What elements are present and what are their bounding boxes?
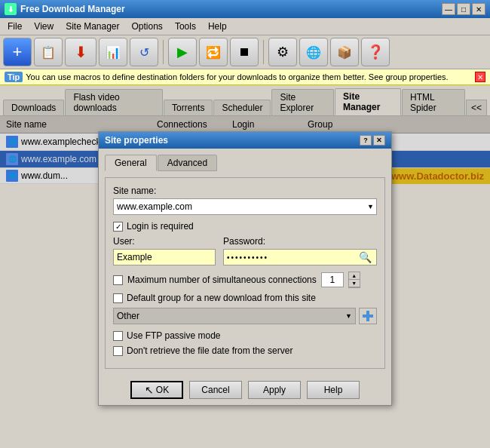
dropdown-arrow-icon: ▼ — [345, 312, 352, 320]
max-connections-input[interactable] — [321, 272, 344, 287]
title-bar: ⬇ Free Download Manager — □ ✕ — [0, 0, 490, 18]
inner-tab-bar: General Advanced — [105, 155, 385, 171]
spin-down-button[interactable]: ▼ — [349, 280, 360, 287]
cancel-button[interactable]: Cancel — [189, 381, 242, 399]
apply-button[interactable]: Apply — [248, 381, 301, 399]
close-button[interactable]: ✕ — [472, 3, 485, 15]
menu-file[interactable]: File — [3, 20, 26, 33]
site-name-label: Site name: — [113, 186, 377, 196]
toolbar-refresh-button[interactable]: ↺ — [130, 38, 158, 66]
toolbar-stats-button[interactable]: 📊 — [99, 38, 127, 66]
title-controls: — □ ✕ — [442, 3, 485, 15]
user-label: User: — [113, 236, 216, 247]
menu-view[interactable]: View — [29, 20, 58, 33]
ok-button[interactable]: ↖ OK — [130, 381, 183, 399]
group-add-button[interactable] — [359, 308, 377, 324]
tab-more[interactable]: << — [466, 100, 487, 115]
toolbar-help-button[interactable]: ❓ — [361, 38, 390, 66]
group-dropdown[interactable]: Other ▼ — [113, 308, 356, 324]
add-group-icon — [361, 309, 375, 323]
toolbar: + 📋 ⬇ 📊 ↺ ▶ 🔁 ⏹ ⚙ 🌐 📦 ❓ — [0, 35, 490, 69]
help-button[interactable]: Help — [307, 381, 360, 399]
ftp-passive-row: Use FTP passive mode — [113, 330, 377, 341]
toolbar-play-button[interactable]: ▶ — [168, 38, 197, 66]
minimize-button[interactable]: — — [442, 3, 455, 15]
user-field: User: — [113, 236, 216, 265]
spin-buttons: ▲ ▼ — [348, 272, 360, 288]
menu-tools[interactable]: Tools — [170, 20, 201, 33]
toolbar-down-button[interactable]: ⬇ — [65, 38, 96, 66]
app-icon: ⬇ — [5, 3, 17, 15]
dialog-title: Site properties — [105, 135, 168, 146]
tab-site-manager[interactable]: Site Manager — [335, 88, 401, 115]
tab-flash-video[interactable]: Flash video downloads — [65, 89, 163, 115]
dialog-form: Site name: ▼ ✓ Login is required — [105, 177, 385, 369]
default-group-row: Default group for a new download from th… — [113, 293, 377, 303]
tip-text: You can use macros to define destination… — [26, 72, 448, 81]
site-name-input[interactable] — [113, 198, 377, 215]
user-pass-row: User: Password: •••••••••• 🔍 — [113, 236, 377, 265]
no-date-label: Don't retrieve the file date from the se… — [127, 345, 292, 356]
tab-torrents[interactable]: Torrents — [164, 100, 213, 115]
app-title: Free Download Manager — [20, 4, 125, 14]
svg-rect-1 — [366, 311, 369, 321]
password-input-wrap: •••••••••• 🔍 — [223, 249, 377, 265]
dialog-body: General Advanced Site name: ▼ — [99, 149, 391, 375]
tab-html-spider[interactable]: HTML Spider — [402, 89, 465, 115]
user-input[interactable] — [113, 249, 216, 265]
toolbar-web-button[interactable]: 🌐 — [299, 38, 328, 66]
title-bar-left: ⬇ Free Download Manager — [5, 3, 125, 15]
menu-site-manager[interactable]: Site Manager — [61, 20, 124, 33]
menu-bar: File View Site Manager Options Tools Hel… — [0, 18, 490, 35]
dialog-title-controls: ? ✕ — [360, 135, 385, 146]
menu-help[interactable]: Help — [204, 20, 231, 33]
password-field: Password: •••••••••• 🔍 — [223, 236, 377, 265]
tab-scheduler[interactable]: Scheduler — [213, 100, 271, 115]
tab-general[interactable]: General — [105, 155, 157, 171]
no-date-checkbox[interactable] — [113, 346, 123, 356]
ftp-passive-checkbox[interactable] — [113, 331, 123, 341]
password-dots: •••••••••• — [227, 253, 357, 262]
tab-downloads[interactable]: Downloads — [3, 100, 64, 115]
group-dropdown-row: Other ▼ — [113, 308, 377, 324]
tab-bar: Downloads Flash video downloads Torrents… — [0, 85, 490, 116]
login-required-checkbox[interactable]: ✓ — [113, 222, 123, 232]
site-name-group: Site name: ▼ — [113, 186, 377, 215]
maximize-button[interactable]: □ — [457, 3, 470, 15]
toolbar-stop-button[interactable]: ⏹ — [230, 38, 259, 66]
tab-site-explorer[interactable]: Site Explorer — [271, 89, 334, 115]
default-group-checkbox[interactable] — [113, 293, 123, 303]
toolbar-separator-2 — [263, 40, 264, 64]
toolbar-loop-button[interactable]: 🔁 — [199, 38, 228, 66]
max-connections-row: Maximum number of simultaneous connectio… — [113, 272, 377, 288]
dialog-footer: ↖ OK Cancel Apply Help — [99, 375, 391, 405]
tip-bar: Tip You can use macros to define destina… — [0, 69, 490, 85]
login-required-row: ✓ Login is required — [113, 221, 377, 232]
dialog-close-button[interactable]: ✕ — [373, 135, 385, 146]
main-content: Site name Connections Login Group 🌐 www.… — [0, 116, 490, 184]
default-group-label: Default group for a new download from th… — [127, 293, 316, 303]
toolbar-package-button[interactable]: 📦 — [330, 38, 359, 66]
toolbar-add-button[interactable]: + — [3, 38, 32, 66]
toolbar-settings-button[interactable]: ⚙ — [268, 38, 297, 66]
login-required-label: Login is required — [127, 221, 194, 232]
site-properties-dialog: Site properties ? ✕ General Advanced Sit — [98, 131, 392, 406]
max-connections-label: Maximum number of simultaneous connectio… — [127, 275, 317, 285]
dialog-title-bar: Site properties ? ✕ — [99, 132, 391, 149]
ok-label: OK — [156, 385, 169, 395]
tab-advanced[interactable]: Advanced — [158, 155, 217, 171]
toolbar-list-button[interactable]: 📋 — [34, 38, 63, 66]
spin-up-button[interactable]: ▲ — [349, 272, 360, 280]
ok-arrow-icon: ↖ — [145, 384, 154, 396]
menu-options[interactable]: Options — [127, 20, 167, 33]
password-label: Password: — [223, 236, 377, 247]
tip-close-button[interactable]: ✕ — [475, 72, 485, 82]
ftp-passive-label: Use FTP passive mode — [127, 330, 221, 341]
search-icon: 🔍 — [357, 249, 373, 265]
group-value: Other — [117, 311, 139, 321]
dropdown-arrow-icon: ▼ — [367, 203, 374, 210]
toolbar-separator-1 — [163, 40, 164, 64]
tip-label: Tip — [5, 72, 23, 82]
dialog-help-button[interactable]: ? — [360, 135, 372, 146]
max-connections-checkbox[interactable] — [113, 275, 123, 285]
